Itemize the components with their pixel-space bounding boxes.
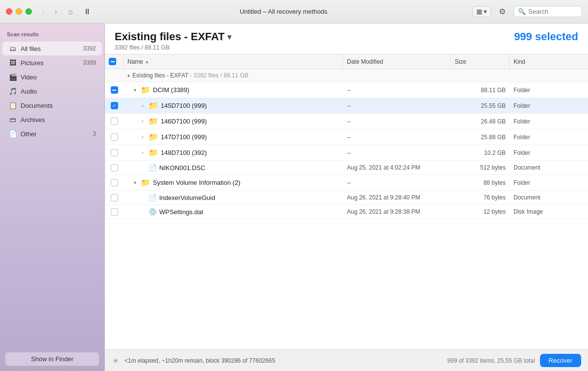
- dcim-expand-icon[interactable]: ▾: [131, 87, 138, 94]
- view-chevron-icon: ▾: [484, 8, 487, 15]
- 145-checkbox[interactable]: ✓: [111, 102, 118, 109]
- selected-count: 999 selected: [514, 30, 578, 43]
- search-box: 🔍: [514, 6, 582, 17]
- table-row[interactable]: › 💿 WPSettings.dat Aug 26, 2021 at 9:28:…: [105, 205, 588, 219]
- select-all-checkbox[interactable]: [109, 58, 116, 65]
- sysinfo-name-cell: ▾ 📁 System Volume Information (2): [123, 175, 343, 190]
- sidebar-item-other[interactable]: 📄 Other 3: [2, 127, 102, 141]
- title-chevron-icon[interactable]: ▾: [227, 32, 231, 42]
- table-row[interactable]: › 📁 148D7100 (392) -- 10.2 GB Folder: [105, 145, 588, 161]
- sysinfo-date: --: [343, 176, 451, 189]
- home-button[interactable]: ⌂: [65, 6, 76, 17]
- other-icon: 📄: [8, 129, 17, 138]
- pictures-icon: 🖼: [8, 58, 17, 67]
- dcim-checkbox[interactable]: [111, 86, 118, 94]
- nikon-size: 512 bytes: [451, 161, 510, 174]
- 146-name-cell: › 📁 146D7100 (999): [123, 114, 343, 129]
- 146-kind: Folder: [510, 115, 588, 128]
- 148-checkbox[interactable]: [111, 149, 118, 156]
- sysinfo-checkbox-cell: [105, 176, 123, 189]
- search-input[interactable]: [528, 8, 578, 15]
- status-text: <1m elapsed, ~1h20m remain, block 390286…: [124, 357, 442, 364]
- 148-date: --: [343, 147, 451, 159]
- maximize-button[interactable]: [25, 8, 32, 15]
- size-col-header[interactable]: Size: [451, 54, 510, 69]
- nikon-date: Aug 25, 2021 at 4:02:24 PM: [343, 161, 451, 174]
- wpsettings-file-icon: 💿: [148, 208, 157, 216]
- 146-name: 146D7100 (999): [161, 118, 207, 125]
- filter-button[interactable]: ⚙: [495, 5, 510, 18]
- table-row[interactable]: › 📄 NIKON001.DSC Aug 25, 2021 at 4:02:24…: [105, 161, 588, 175]
- root-group-name: ▾ Existing files - EXFAT - 3392 files / …: [123, 69, 588, 82]
- root-group-row: ▾ Existing files - EXFAT - 3392 files / …: [105, 69, 588, 82]
- back-button[interactable]: ‹: [38, 6, 49, 17]
- status-bar: ✳ <1m elapsed, ~1h20m remain, block 3902…: [105, 349, 588, 371]
- pause-button[interactable]: ⏸: [80, 5, 95, 18]
- indexer-checkbox[interactable]: [111, 194, 118, 201]
- 145-name: 145D7100 (999): [161, 102, 207, 109]
- nikon-name-cell: › 📄 NIKON001.DSC: [123, 161, 343, 174]
- 148-checkbox-cell: [105, 146, 123, 159]
- content-header: Existing files - EXFAT ▾ 3392 files / 88…: [105, 24, 588, 54]
- sysinfo-checkbox[interactable]: [111, 179, 118, 186]
- 146-checkbox[interactable]: [111, 118, 118, 125]
- 148-folder-icon: 📁: [148, 148, 158, 157]
- dcim-name: DCIM (3389): [153, 86, 189, 94]
- 146-expand-icon[interactable]: ›: [139, 118, 146, 125]
- table-row[interactable]: › 📁 147D7100 (999) -- 25.88 GB Folder: [105, 129, 588, 145]
- sidebar-item-archives[interactable]: 🗃 Archives: [2, 113, 102, 126]
- 148-kind: Folder: [510, 147, 588, 159]
- name-col-header[interactable]: Name ▲: [123, 54, 343, 69]
- table-row[interactable]: ▾ 📁 System Volume Information (2) -- 88 …: [105, 175, 588, 191]
- date-col-header[interactable]: Date Modified: [343, 54, 451, 69]
- wpsettings-checkbox[interactable]: [111, 208, 118, 216]
- minimize-button[interactable]: [16, 8, 22, 15]
- pictures-label: Pictures: [21, 59, 79, 67]
- wpsettings-name: WPSettings.dat: [159, 208, 203, 216]
- indexer-file-icon: 📄: [148, 194, 157, 201]
- sysinfo-name: System Volume Information (2): [153, 179, 240, 186]
- 145-checkbox-cell: ✓: [105, 99, 123, 112]
- table-row[interactable]: › 📁 146D7100 (999) -- 26.48 GB Folder: [105, 114, 588, 129]
- status-items-info: 999 of 3392 items, 25.55 GB total: [447, 357, 535, 364]
- scan-results-label: Scan results: [0, 24, 104, 41]
- kind-col-header[interactable]: Kind: [510, 54, 588, 69]
- forward-button[interactable]: ›: [50, 6, 61, 17]
- sidebar-item-pictures[interactable]: 🖼 Pictures 3389: [2, 56, 102, 70]
- traffic-lights: [6, 8, 32, 15]
- wpsettings-size: 12 bytes: [451, 205, 510, 218]
- recover-button[interactable]: Recover: [540, 354, 581, 367]
- sysinfo-expand-icon[interactable]: ▾: [131, 179, 138, 186]
- archives-label: Archives: [21, 116, 93, 124]
- sidebar-item-documents[interactable]: 📋 Documents: [2, 99, 102, 112]
- sidebar-item-video[interactable]: 🎬 Video: [2, 70, 102, 84]
- header-left: Existing files - EXFAT ▾ 3392 files / 88…: [115, 30, 231, 51]
- 148-expand-icon[interactable]: ›: [139, 149, 146, 156]
- root-expand-icon[interactable]: ▾: [127, 73, 130, 78]
- title-text: Existing files - EXFAT: [115, 30, 225, 43]
- show-finder-button[interactable]: Show in Finder: [5, 352, 99, 366]
- table-row[interactable]: ▾ 📁 DCIM (3389) -- 88.11 GB Folder: [105, 82, 588, 98]
- sysinfo-folder-icon: 📁: [141, 178, 150, 187]
- nikon-checkbox[interactable]: [111, 164, 118, 172]
- table-row[interactable]: ✓ › 📁 145D7100 (999) -- 25.55 GB Folder: [105, 98, 588, 114]
- table-row[interactable]: › 📄 IndexerVolumeGuid Aug 26, 2021 at 9:…: [105, 191, 588, 205]
- 147-checkbox[interactable]: [111, 133, 118, 141]
- 145-expand-icon[interactable]: ›: [139, 102, 146, 109]
- sysinfo-size: 88 bytes: [451, 176, 510, 189]
- indexer-name-cell: › 📄 IndexerVolumeGuid: [123, 191, 343, 204]
- window-title: Untitled – All recovery methods: [95, 8, 472, 15]
- 147-expand-icon[interactable]: ›: [139, 134, 146, 141]
- sidebar-item-all-files[interactable]: 🗂 All files 3392: [2, 42, 102, 55]
- sidebar-items: 🗂 All files 3392 🖼 Pictures 3389 🎬 Video…: [0, 41, 104, 346]
- view-toggle[interactable]: ▦ ▾: [472, 6, 491, 17]
- 148-name-cell: › 📁 148D7100 (392): [123, 145, 343, 160]
- sidebar-item-audio[interactable]: 🎵 Audio: [2, 84, 102, 98]
- dcim-date: --: [343, 84, 451, 97]
- file-list-area: Name ▲ Date Modified Size Kind: [105, 54, 588, 349]
- nav-buttons: ‹ ›: [38, 6, 61, 17]
- indexer-name: IndexerVolumeGuid: [159, 194, 215, 201]
- content-subtitle: 3392 files / 88.11 GB: [115, 44, 231, 51]
- close-button[interactable]: [6, 8, 12, 15]
- dcim-kind: Folder: [510, 84, 588, 97]
